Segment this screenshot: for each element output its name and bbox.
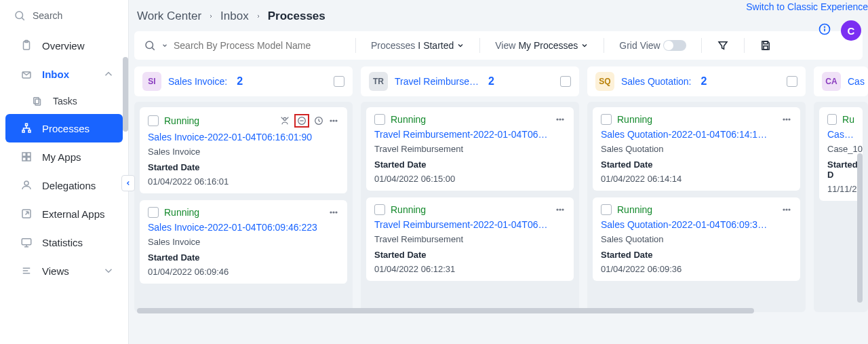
nav-delegations[interactable]: Delegations <box>5 171 123 199</box>
started-date-value: 01/04/2022 06:09:46 <box>148 267 339 277</box>
filter-button[interactable] <box>717 39 729 52</box>
started-date-label: Started Date <box>601 159 792 170</box>
more-icon[interactable] <box>781 114 792 125</box>
separator <box>604 38 604 53</box>
started-date-label: Started D <box>827 159 854 180</box>
view-dropdown[interactable]: View My Processes <box>495 40 589 51</box>
nav-external-apps[interactable]: External Apps <box>5 199 123 228</box>
schedule-icon[interactable] <box>313 115 324 126</box>
started-date-value: 01/04/2022 06:09:36 <box>601 264 792 274</box>
toolbar-search-input[interactable] <box>174 40 330 51</box>
card-checkbox[interactable] <box>601 114 612 125</box>
svg-line-28 <box>281 117 283 119</box>
lane-title[interactable]: Sales Invoice: <box>168 76 227 87</box>
chevron-down-icon[interactable] <box>161 42 168 49</box>
crumb-inbox[interactable]: Inbox <box>220 9 249 23</box>
nav-processes[interactable]: Processes <box>5 114 123 142</box>
grid-view-toggle[interactable]: Grid View <box>619 40 686 51</box>
process-card[interactable]: RuCase_1Case_10Started D11/11/2 <box>819 107 863 201</box>
card-checkbox[interactable] <box>148 207 159 218</box>
card-checkbox[interactable] <box>148 115 159 126</box>
lane-checkbox[interactable] <box>787 76 797 87</box>
toggle-switch[interactable] <box>663 40 686 51</box>
lane-checkbox[interactable] <box>560 76 571 87</box>
nav-label: Delegations <box>42 180 96 191</box>
lane: SQSales Quotation:2RunningSales Quotatio… <box>587 66 806 312</box>
save-button[interactable] <box>760 39 772 52</box>
list-icon <box>20 265 33 277</box>
svg-line-24 <box>152 47 154 50</box>
card-title[interactable]: Sales Invoice-2022-01-04T06:09:46:223 <box>148 222 339 233</box>
chevron-right-icon <box>208 12 214 20</box>
suspend-icon[interactable] <box>296 115 307 126</box>
svg-point-49 <box>786 209 787 210</box>
card-checkbox[interactable] <box>601 204 612 215</box>
started-date-value: 01/04/2022 06:14:14 <box>601 174 792 184</box>
card-model: Sales Quotation <box>601 144 792 154</box>
breadcrumb: Work Center Inbox Processes <box>134 0 868 31</box>
svg-rect-8 <box>22 130 24 132</box>
more-icon[interactable] <box>328 115 339 126</box>
process-card[interactable]: RunningSales Invoice-2022-01-04T06:16:01… <box>140 107 347 193</box>
search-icon <box>144 39 156 52</box>
chevron-down-icon <box>456 41 465 50</box>
nav-overview[interactable]: Overview <box>5 31 123 60</box>
card-model: Case_10 <box>827 144 854 154</box>
separator <box>744 38 745 53</box>
sidebar-collapse-button[interactable] <box>121 175 135 191</box>
processes-dropdown[interactable]: Processes I Started <box>371 40 465 51</box>
nav-inbox[interactable]: Inbox <box>5 60 123 88</box>
process-card[interactable]: RunningSales Invoice-2022-01-04T06:09:46… <box>140 200 347 284</box>
nav-tasks[interactable]: Tasks <box>5 88 123 114</box>
started-date-value: 01/04/2022 06:15:00 <box>374 174 566 184</box>
card-title[interactable]: Sales Quotation-2022-01-04T06:14:1… <box>601 129 792 140</box>
nav: Overview Inbox Tasks Processes My Apps <box>0 28 128 285</box>
nav-statistics[interactable]: Statistics <box>5 228 123 256</box>
assignee-icon[interactable] <box>279 115 290 126</box>
card-title[interactable]: Sales Invoice-2022-01-04T06:16:01:90 <box>148 132 339 142</box>
card-checkbox[interactable] <box>374 204 385 215</box>
more-icon[interactable] <box>781 204 792 215</box>
svg-point-43 <box>559 209 561 210</box>
card-title[interactable]: Travel Reimbursement-2022-01-04T06… <box>374 219 566 230</box>
lane-title[interactable]: Travel Reimburse… <box>395 76 479 87</box>
process-card[interactable]: RunningSales Quotation-2022-01-04T06:14:… <box>593 107 800 191</box>
card-title[interactable]: Sales Quotation-2022-01-04T06:09:3… <box>601 219 792 230</box>
more-icon[interactable] <box>555 114 566 125</box>
svg-point-0 <box>16 12 23 19</box>
process-card[interactable]: RunningTravel Reimbursement-2022-01-04T0… <box>366 107 574 191</box>
vertical-scrollbar[interactable] <box>857 153 863 303</box>
svg-rect-25 <box>764 41 768 44</box>
dropdown-value: I Started <box>418 40 454 51</box>
svg-rect-11 <box>27 153 31 156</box>
process-card[interactable]: RunningTravel Reimbursement-2022-01-04T0… <box>366 197 574 281</box>
svg-point-45 <box>783 119 785 120</box>
more-icon[interactable] <box>328 207 339 218</box>
nav-label: Statistics <box>42 237 83 248</box>
card-checkbox[interactable] <box>827 114 837 125</box>
svg-point-37 <box>333 212 334 213</box>
sidebar-scrollbar[interactable] <box>123 57 128 132</box>
nav-views[interactable]: Views <box>5 256 123 285</box>
more-icon[interactable] <box>555 204 566 215</box>
svg-point-48 <box>783 209 785 210</box>
user-avatar[interactable]: C <box>841 20 861 41</box>
nav-my-apps[interactable]: My Apps <box>5 142 123 171</box>
nav-label: Tasks <box>53 96 77 107</box>
card-title[interactable]: Travel Reimbursement-2022-01-04T06… <box>374 129 566 140</box>
lane-title[interactable]: Sales Quotation: <box>621 76 692 87</box>
svg-line-29 <box>287 117 289 119</box>
crumb-workcenter[interactable]: Work Center <box>137 9 201 23</box>
card-title[interactable]: Case_1 <box>827 129 854 140</box>
lane-checkbox[interactable] <box>334 76 344 87</box>
svg-point-23 <box>146 41 153 49</box>
card-checkbox[interactable] <box>374 114 385 125</box>
svg-rect-10 <box>22 153 26 156</box>
lane-badge: SI <box>142 72 161 91</box>
card-model: Sales Quotation <box>601 234 792 244</box>
horizontal-scrollbar[interactable] <box>137 308 854 315</box>
info-button[interactable] <box>818 22 831 39</box>
sidebar-search[interactable]: Search <box>0 0 128 28</box>
process-card[interactable]: RunningSales Quotation-2022-01-04T06:09:… <box>593 197 800 281</box>
lane-title[interactable]: Cas <box>848 76 865 87</box>
